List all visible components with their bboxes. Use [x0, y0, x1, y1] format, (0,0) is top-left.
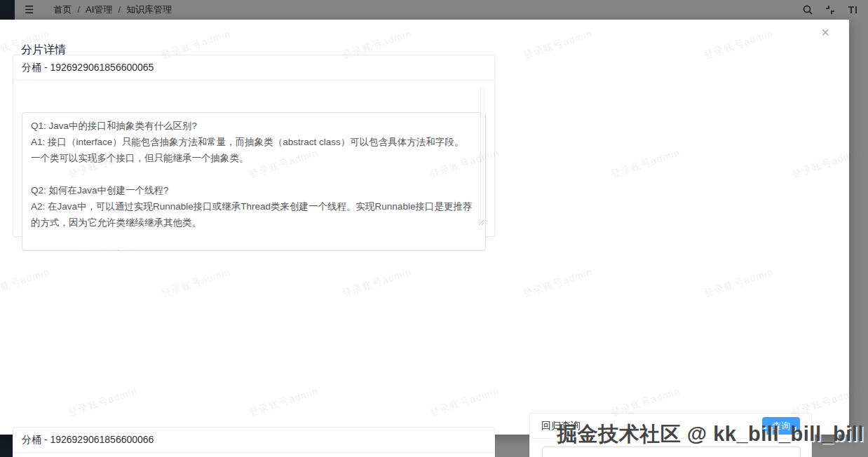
close-icon[interactable]: × — [821, 25, 829, 39]
bucket-1-title: 分桶 - 1926929061856600065 — [13, 55, 494, 81]
bucket-card-2: 分桶 - 1926929061856600066 Q6: 如何在Java中实现单… — [13, 427, 495, 457]
bucket-card-1: 分桶 - 1926929061856600065 Q1: Java中的接口和抽象… — [13, 55, 495, 237]
bucket-2-title: 分桶 - 1926929061856600066 — [13, 428, 494, 453]
screen: ☰ 首页 / AI管理 / 知识库管理 — [0, 0, 868, 457]
credit-watermark: 掘金技术社区 @ kk_bill_bill_bill — [557, 421, 864, 449]
shard-detail-modal: 分片详情 × 分桶 - 1926929061856600065 Q1: Java… — [0, 20, 849, 435]
textarea-scrollbar[interactable] — [480, 88, 485, 224]
resize-grip-icon[interactable] — [477, 216, 484, 223]
bucket-1-content-textarea[interactable]: Q1: Java中的接口和抽象类有什么区别? A1: 接口（interface）… — [22, 112, 486, 251]
